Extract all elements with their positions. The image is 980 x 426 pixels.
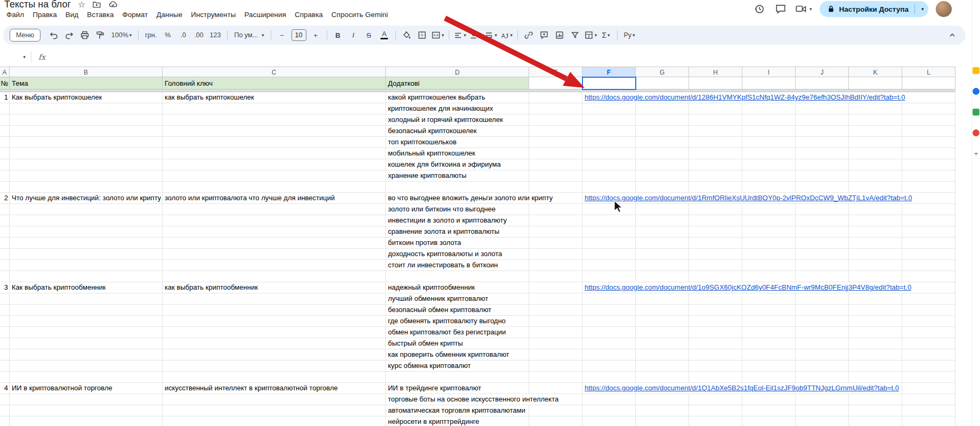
contacts-icon[interactable]	[973, 129, 979, 136]
redo-button[interactable]	[62, 28, 77, 42]
header-cell-D[interactable]: Додаткові	[386, 77, 529, 89]
cell-main-key[interactable]: как выбрать криптообменник	[165, 282, 258, 293]
cell-additional-key[interactable]: как проверить обменник криптовалют	[388, 349, 509, 360]
keep-icon[interactable]	[973, 67, 979, 74]
cell-additional-key[interactable]: нейросети в крипттрейдинге	[388, 416, 479, 426]
version-history-icon[interactable]	[752, 2, 766, 16]
horizontal-align-button[interactable]: ▾	[453, 28, 467, 42]
column-header-C[interactable]: C	[163, 67, 386, 77]
cell-additional-key[interactable]: хранение криптовалюты	[388, 170, 466, 181]
cell-additional-key[interactable]: где обменять криптовалюту выгодно	[388, 316, 506, 326]
font-size-input[interactable]: 10	[291, 29, 306, 41]
cell-additional-key[interactable]: лучший обменник криптовалют	[388, 293, 488, 304]
column-header-A[interactable]: A	[0, 67, 10, 77]
borders-button[interactable]	[415, 28, 430, 42]
cell-number[interactable]: 4	[0, 383, 8, 394]
cell-topic[interactable]: Как выбрать криптообменник	[12, 282, 106, 293]
cell-additional-key[interactable]: криптокошелек для начинающих	[388, 103, 493, 114]
cell-additional-key[interactable]: во что выгоднее вложить деньги золото ил…	[388, 193, 553, 203]
insert-link-button[interactable]	[522, 28, 536, 42]
undo-button[interactable]	[47, 28, 61, 42]
header-cell-F[interactable]	[582, 77, 636, 89]
bold-button[interactable]: B	[331, 28, 345, 42]
doc-link[interactable]: https://docs.google.com/document/d/1o9SG…	[585, 282, 911, 293]
column-header-J[interactable]: J	[796, 67, 849, 77]
cell-additional-key[interactable]: инвестиции в золото и криптовалюту	[388, 215, 507, 226]
move-folder-icon[interactable]	[92, 0, 101, 9]
menu-item-1[interactable]: Правка	[28, 9, 61, 21]
cell-additional-key[interactable]: биткоин против золота	[388, 237, 461, 248]
header-cell-A[interactable]: №	[0, 77, 10, 89]
cell-main-key[interactable]: искусственный интеллект в криптовалютной…	[165, 383, 338, 394]
number-format-button[interactable]: 123	[207, 28, 224, 42]
menu-item-8[interactable]: Справка	[290, 9, 327, 21]
cell-number[interactable]: 1	[0, 92, 8, 103]
column-header-H[interactable]: H	[689, 67, 742, 77]
menu-item-9[interactable]: Спросить Gemini	[327, 9, 392, 21]
italic-button[interactable]: I	[346, 28, 361, 42]
vertical-align-button[interactable]: ▾	[468, 28, 483, 42]
column-header-D[interactable]: D	[386, 67, 529, 77]
add-comment-button[interactable]	[537, 28, 552, 42]
functions-button[interactable]: Σ▾	[599, 28, 613, 42]
cell-additional-key[interactable]: надежный криптообменник	[388, 282, 475, 293]
font-size-increase-button[interactable]: +	[309, 28, 323, 42]
header-cell-I[interactable]	[742, 77, 796, 89]
print-button[interactable]	[78, 28, 92, 42]
cell-number[interactable]: 2	[0, 193, 8, 203]
cell-additional-key[interactable]: стоит ли инвестировать в биткоин	[388, 260, 498, 271]
header-cell-J[interactable]	[796, 77, 849, 89]
cell-additional-key[interactable]: автоматическая торговля криптовалютами	[388, 405, 525, 416]
cell-additional-key[interactable]: сравнение золота и криптовалюты	[388, 226, 499, 237]
cell-topic[interactable]: Что лучше для инвестиций: золото или кри…	[12, 193, 161, 203]
doc-link[interactable]: https://docs.google.com/document/d/1RmfO…	[585, 193, 912, 203]
cell-additional-key[interactable]: торговые боты на основе искусственного и…	[388, 394, 558, 405]
create-filter-button[interactable]	[568, 28, 582, 42]
column-header-F[interactable]: F	[582, 67, 636, 77]
increase-decimal-button[interactable]: .00	[191, 28, 206, 42]
cell-additional-key[interactable]: быстрый обмен крипты	[388, 338, 463, 349]
add-addon-icon[interactable]: +	[974, 150, 978, 157]
header-cell-H[interactable]	[689, 77, 742, 89]
cell-additional-key[interactable]: холодный и горячий криптокошелек	[388, 114, 503, 125]
cell-additional-key[interactable]: кошелек для биткоина и эфириума	[388, 159, 501, 170]
tasks-icon[interactable]	[973, 88, 979, 95]
header-cell-G[interactable]	[636, 77, 689, 89]
name-box[interactable]: ▾	[0, 55, 31, 60]
font-select[interactable]: По ум...▾	[231, 28, 266, 42]
text-color-button[interactable]: A	[377, 28, 392, 42]
cell-additional-key[interactable]: мобильный криптокошелек	[388, 148, 475, 159]
column-header-K[interactable]: K	[849, 67, 902, 77]
paint-format-button[interactable]	[93, 28, 108, 42]
table-button[interactable]: ▾	[584, 28, 598, 42]
star-icon[interactable]: ☆	[78, 0, 85, 10]
font-size-decrease-button[interactable]: −	[275, 28, 289, 42]
cell-topic[interactable]: Как выбрать криптокошелек	[12, 92, 102, 103]
cell-additional-key[interactable]: ИИ в трейдинге криптовалют	[388, 383, 481, 394]
column-header-B[interactable]: B	[10, 67, 163, 77]
zoom-select[interactable]: 100%▾	[109, 28, 135, 42]
cell-number[interactable]: 3	[0, 282, 8, 293]
share-button[interactable]: Настройки Доступа ▾	[820, 1, 928, 17]
menu-item-3[interactable]: Вставка	[83, 9, 118, 21]
strikethrough-button[interactable]: S	[362, 28, 376, 42]
cloud-saved-icon[interactable]	[108, 0, 118, 9]
maps-icon[interactable]	[973, 109, 979, 116]
menu-item-4[interactable]: Формат	[118, 9, 152, 21]
cell-additional-key[interactable]: доходность криптовалюты и золота	[388, 249, 502, 259]
insert-chart-button[interactable]	[553, 28, 567, 42]
cell-additional-key[interactable]: какой криптокошелек выбрать	[388, 92, 485, 103]
grid-body[interactable]: 1Как выбрать криптокошелеккак выбрать кр…	[0, 92, 955, 426]
cell-additional-key[interactable]: безопасный обмен криптовалют	[388, 305, 491, 315]
input-tools-button[interactable]: Ру▾	[621, 28, 638, 42]
currency-format-button[interactable]: грн.	[142, 28, 159, 42]
menu-item-6[interactable]: Инструменты	[187, 9, 240, 21]
menu-item-2[interactable]: Вид	[61, 9, 83, 21]
merge-cells-button[interactable]: ▾	[431, 28, 445, 42]
header-cell-E[interactable]	[529, 77, 582, 89]
chevron-down-icon[interactable]: ▾	[921, 7, 924, 12]
menu-item-7[interactable]: Расширения	[240, 9, 290, 21]
cell-additional-key[interactable]: золото или биткоин что выгоднее	[388, 204, 496, 215]
column-header-I[interactable]: I	[742, 67, 796, 77]
cell-additional-key[interactable]: безопасный криптокошелек	[388, 126, 477, 136]
